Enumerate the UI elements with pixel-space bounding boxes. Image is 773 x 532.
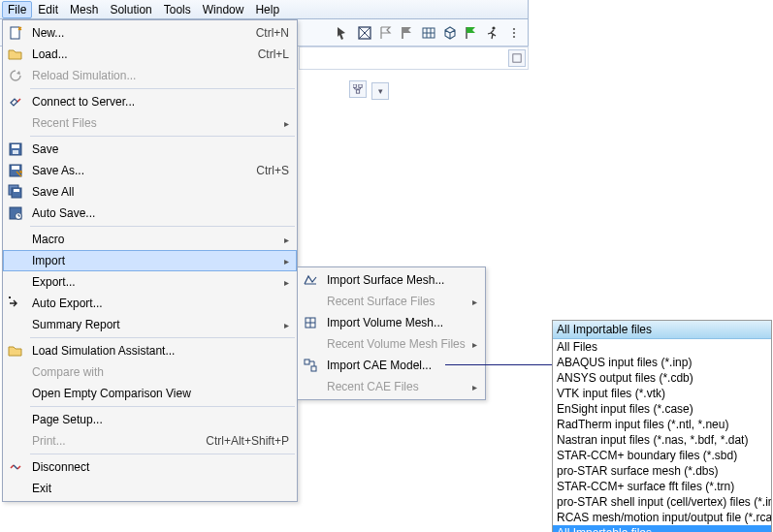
menu-import-cae[interactable]: Import CAE Model... — [298, 355, 485, 376]
menu-recent-surface[interactable]: Recent Surface Files ▸ — [298, 291, 485, 312]
disconnect-icon — [3, 459, 28, 475]
menu-label: Recent Surface Files — [323, 295, 472, 308]
connect-icon — [3, 94, 28, 110]
separator — [30, 136, 295, 137]
menubar-item-window[interactable]: Window — [197, 1, 250, 18]
menu-auto-save[interactable]: Auto Save... — [3, 203, 297, 224]
menu-label: Print... — [28, 434, 192, 448]
auto-export-icon — [3, 296, 28, 311]
listbox-option[interactable]: pro-STAR shell input (cell/vertex) files… — [553, 494, 771, 510]
menu-auto-export[interactable]: Auto Export... — [3, 293, 297, 314]
file-type-listbox[interactable]: All Importable files All FilesABAQUS inp… — [552, 320, 772, 532]
menu-label: Connect to Server... — [28, 95, 289, 109]
listbox-option[interactable]: STAR-CCM+ boundary files (*.sbd) — [553, 448, 771, 463]
menu-save-all[interactable]: Save All — [3, 181, 297, 203]
menu-page-setup[interactable]: Page Setup... — [3, 409, 297, 430]
menu-reload[interactable]: Reload Simulation... — [3, 65, 297, 86]
menu-label: Open Empty Comparison View — [28, 387, 289, 400]
menu-connect[interactable]: Connect to Server... — [3, 91, 297, 112]
cube-icon[interactable] — [442, 25, 458, 41]
menu-label: Recent CAE Files — [323, 380, 472, 393]
menu-label: Save As... — [28, 164, 242, 177]
menubar-item-tools[interactable]: Tools — [158, 1, 197, 18]
menu-import-surface[interactable]: Import Surface Mesh... — [298, 269, 485, 291]
menubar-item-edit[interactable]: Edit — [32, 1, 64, 18]
menu-new[interactable]: New... Ctrl+N — [3, 22, 297, 44]
panel-menu-button[interactable] — [508, 49, 526, 67]
menubar: File Edit Mesh Solution Tools Window Hel… — [0, 0, 529, 19]
menu-label: New... — [28, 26, 242, 40]
flag-outline-icon[interactable] — [378, 25, 394, 41]
menu-label: Save All — [28, 185, 289, 199]
menu-recent-cae[interactable]: Recent CAE Files ▸ — [298, 376, 485, 397]
svg-point-10 — [513, 35, 515, 37]
panel-strip-lower: ▾ — [299, 79, 391, 99]
menu-label: Save — [28, 142, 289, 156]
menu-accel: Ctrl+N — [242, 26, 289, 40]
menu-label: Macro — [28, 233, 284, 246]
submenu-arrow-icon: ▸ — [472, 297, 477, 307]
pointer-icon[interactable] — [336, 25, 351, 41]
svg-point-7 — [492, 26, 495, 29]
box-icon[interactable] — [357, 25, 372, 41]
svg-point-9 — [513, 31, 515, 33]
svg-rect-20 — [12, 166, 19, 170]
separator — [30, 337, 295, 338]
menu-load[interactable]: Load... Ctrl+L — [3, 44, 297, 65]
listbox-option[interactable]: ANSYS output files (*.cdb) — [553, 370, 771, 386]
menu-import-volume[interactable]: Import Volume Mesh... — [298, 312, 485, 333]
menu-save-as[interactable]: Save As... Ctrl+S — [3, 160, 297, 181]
menu-exit[interactable]: Exit — [3, 478, 297, 499]
submenu-arrow-icon: ▸ — [284, 277, 289, 288]
menubar-item-help[interactable]: Help — [249, 1, 285, 18]
listbox-option[interactable]: All Files — [553, 339, 771, 355]
menubar-item-mesh[interactable]: Mesh — [64, 1, 104, 18]
listbox-option[interactable]: ABAQUS input files (*.inp) — [553, 355, 771, 370]
menu-macro[interactable]: Macro ▸ — [3, 229, 297, 250]
menu-open-compare[interactable]: Open Empty Comparison View — [3, 383, 297, 404]
tree-icon[interactable] — [349, 80, 367, 98]
listbox-option[interactable]: pro-STAR surface mesh (*.dbs) — [553, 463, 771, 479]
separator — [30, 406, 295, 407]
submenu-arrow-icon: ▸ — [472, 339, 477, 350]
menu-label: Recent Volume Mesh Files — [323, 337, 472, 351]
flag-green-icon[interactable] — [464, 25, 479, 41]
svg-point-8 — [513, 27, 515, 29]
menu-import[interactable]: Import ▸ — [3, 250, 297, 271]
listbox-option[interactable]: EnSight input files (*.case) — [553, 401, 771, 417]
menu-summary[interactable]: Summary Report ▸ — [3, 314, 297, 335]
menu-save[interactable]: Save — [3, 139, 297, 160]
save-as-icon — [3, 163, 28, 178]
listbox-option[interactable]: RCAS mesh/motion input/output file (*.rc… — [553, 510, 771, 525]
menu-recent-volume[interactable]: Recent Volume Mesh Files ▸ — [298, 333, 485, 355]
listbox-option[interactable]: VTK input files (*.vtk) — [553, 386, 771, 401]
menu-label: Load Simulation Assistant... — [28, 344, 289, 358]
menu-recent-files[interactable]: Recent Files ▸ — [3, 112, 297, 134]
svg-rect-14 — [356, 90, 359, 93]
grid-icon[interactable] — [421, 25, 436, 41]
svg-rect-15 — [11, 27, 19, 39]
svg-rect-30 — [311, 366, 316, 371]
menubar-item-file[interactable]: File — [2, 1, 32, 18]
flag-filled-icon[interactable] — [400, 25, 415, 41]
listbox-option[interactable]: Nastran input files (*.nas, *.bdf, *.dat… — [553, 432, 771, 448]
menu-print[interactable]: Print... Ctrl+Alt+Shift+P — [3, 430, 297, 452]
listbox-header: All Importable files — [553, 321, 771, 339]
menu-label: Disconnect — [28, 460, 289, 474]
dots-icon[interactable] — [506, 25, 522, 41]
listbox-option[interactable]: RadTherm input files (*.ntl, *.neu) — [553, 417, 771, 432]
surface-mesh-icon — [298, 272, 323, 288]
person-run-icon[interactable] — [485, 25, 500, 41]
menu-label: Page Setup... — [28, 413, 289, 426]
menubar-item-solution[interactable]: Solution — [104, 1, 157, 18]
menu-export[interactable]: Export... ▸ — [3, 271, 297, 293]
dropdown-toggle[interactable]: ▾ — [371, 82, 389, 100]
menu-load-assist[interactable]: Load Simulation Assistant... — [3, 340, 297, 361]
listbox-option[interactable]: All Importable files — [553, 525, 771, 532]
menu-label: Summary Report — [28, 318, 284, 331]
menu-disconnect[interactable]: Disconnect — [3, 456, 297, 478]
save-icon — [3, 141, 28, 157]
separator — [30, 226, 295, 227]
listbox-option[interactable]: STAR-CCM+ surface fft files (*.trn) — [553, 479, 771, 494]
menu-compare[interactable]: Compare with — [3, 361, 297, 383]
